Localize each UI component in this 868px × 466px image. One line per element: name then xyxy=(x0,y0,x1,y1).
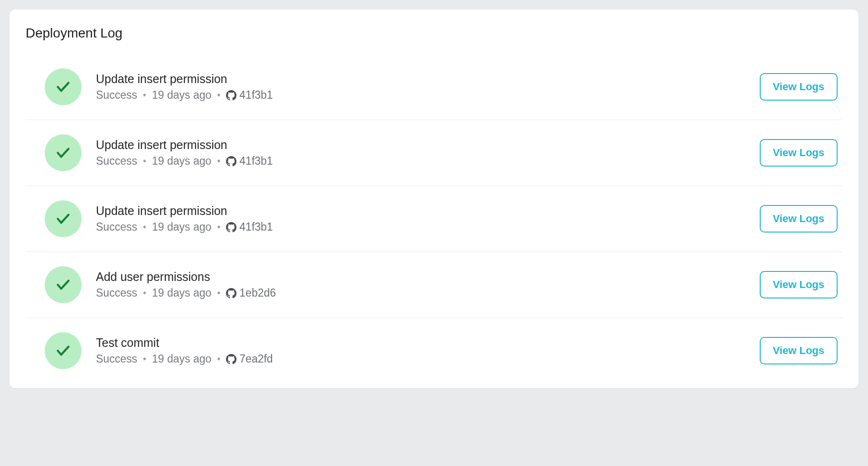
deployment-meta: Success • 19 days ago • 41f3b1 xyxy=(96,89,760,102)
deployment-row: Update insert permission Success • 19 da… xyxy=(26,54,842,120)
separator-dot: • xyxy=(217,156,220,167)
check-icon xyxy=(55,211,71,227)
deployment-title: Update insert permission xyxy=(96,204,760,218)
deployment-meta: Success • 19 days ago • 41f3b1 xyxy=(96,221,760,233)
deployment-status: Success xyxy=(96,353,137,365)
deployment-title: Test commit xyxy=(96,336,760,350)
deployment-title: Update insert permission xyxy=(96,138,760,152)
deployment-meta: Success • 19 days ago • 1eb2d6 xyxy=(96,287,760,299)
deployment-row: Update insert permission Success • 19 da… xyxy=(26,186,842,252)
github-icon xyxy=(226,222,236,233)
check-icon xyxy=(55,145,71,161)
view-logs-button[interactable]: View Logs xyxy=(760,73,838,101)
commit-hash: 41f3b1 xyxy=(239,89,273,102)
separator-dot: • xyxy=(143,90,146,101)
deployment-info: Test commit Success • 19 days ago • 7ea2… xyxy=(96,336,760,365)
separator-dot: • xyxy=(143,288,146,298)
deployment-time: 19 days ago xyxy=(152,155,211,168)
deployment-row: Update insert permission Success • 19 da… xyxy=(26,120,842,186)
commit-hash: 7ea2fd xyxy=(239,353,273,365)
view-logs-button[interactable]: View Logs xyxy=(760,205,838,233)
commit-link[interactable]: 41f3b1 xyxy=(226,155,273,168)
deployment-title: Add user permissions xyxy=(96,270,760,284)
separator-dot: • xyxy=(217,90,220,101)
view-logs-button[interactable]: View Logs xyxy=(760,271,838,298)
commit-link[interactable]: 41f3b1 xyxy=(226,221,273,233)
separator-dot: • xyxy=(143,354,146,364)
check-icon xyxy=(55,79,71,95)
check-icon xyxy=(55,343,71,359)
view-logs-button[interactable]: View Logs xyxy=(760,139,838,167)
deployment-time: 19 days ago xyxy=(152,353,211,365)
github-icon xyxy=(226,156,236,167)
deployment-time: 19 days ago xyxy=(152,89,211,102)
commit-link[interactable]: 7ea2fd xyxy=(226,353,273,365)
deployment-meta: Success • 19 days ago • 7ea2fd xyxy=(96,353,760,365)
deployment-row: Test commit Success • 19 days ago • 7ea2… xyxy=(26,318,842,383)
status-success-icon xyxy=(45,68,82,105)
deployment-status: Success xyxy=(96,221,137,233)
separator-dot: • xyxy=(217,288,220,298)
deployment-log-panel: Deployment Log Update insert permission … xyxy=(9,9,859,388)
deployment-meta: Success • 19 days ago • 41f3b1 xyxy=(96,155,760,168)
github-icon xyxy=(226,354,236,364)
status-success-icon xyxy=(45,266,82,303)
deployment-info: Update insert permission Success • 19 da… xyxy=(96,204,760,233)
deployment-info: Add user permissions Success • 19 days a… xyxy=(96,270,760,299)
commit-hash: 41f3b1 xyxy=(239,155,273,168)
status-success-icon xyxy=(45,134,82,171)
deployment-status: Success xyxy=(96,89,137,102)
commit-hash: 1eb2d6 xyxy=(239,287,276,299)
commit-link[interactable]: 41f3b1 xyxy=(226,89,273,102)
panel-title: Deployment Log xyxy=(26,26,842,41)
deployment-title: Update insert permission xyxy=(96,72,760,86)
deployment-status: Success xyxy=(96,155,137,168)
separator-dot: • xyxy=(217,354,220,364)
deployment-info: Update insert permission Success • 19 da… xyxy=(96,72,760,102)
deployment-row: Add user permissions Success • 19 days a… xyxy=(26,252,842,318)
deployment-info: Update insert permission Success • 19 da… xyxy=(96,138,760,168)
deployment-time: 19 days ago xyxy=(152,287,211,299)
commit-hash: 41f3b1 xyxy=(239,221,273,233)
separator-dot: • xyxy=(143,222,146,233)
deployment-status: Success xyxy=(96,287,137,299)
view-logs-button[interactable]: View Logs xyxy=(760,337,838,364)
separator-dot: • xyxy=(143,156,146,167)
check-icon xyxy=(55,277,71,293)
deployment-list: Update insert permission Success • 19 da… xyxy=(26,54,842,383)
github-icon xyxy=(226,288,236,298)
status-success-icon xyxy=(45,200,82,237)
deployment-time: 19 days ago xyxy=(152,221,211,233)
separator-dot: • xyxy=(217,222,220,233)
status-success-icon xyxy=(45,332,82,369)
commit-link[interactable]: 1eb2d6 xyxy=(226,287,276,299)
github-icon xyxy=(226,90,236,101)
